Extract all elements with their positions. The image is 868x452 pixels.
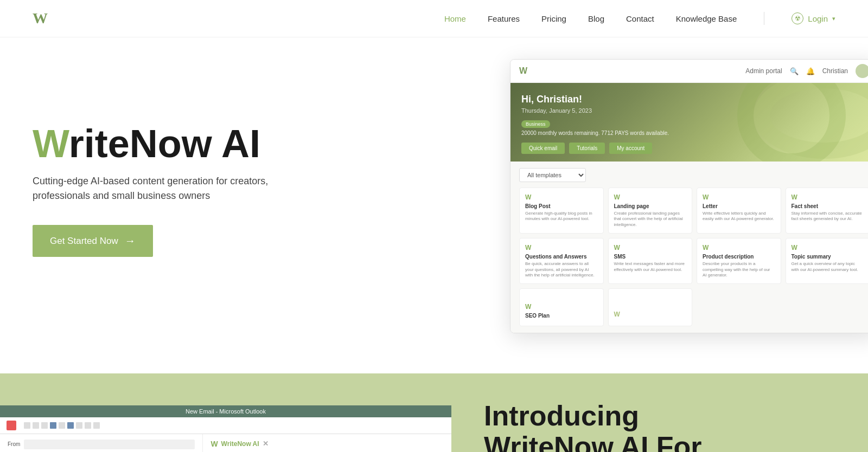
card-desc: Be quick, accurate answers to all your q…: [525, 261, 598, 278]
logo-w: W: [210, 440, 218, 448]
card-desc: Write text messages faster and more effe…: [614, 261, 687, 273]
card-logo: W: [525, 244, 598, 251]
card-title: SMS: [614, 254, 687, 260]
nav-link-knowledge[interactable]: Knowledge Base: [676, 14, 737, 23]
toolbar-icon[interactable]: [67, 422, 74, 429]
username: Christian: [822, 67, 848, 75]
card-logo: W: [614, 244, 687, 251]
card-logo: W: [614, 311, 687, 318]
from-input[interactable]: [24, 440, 195, 449]
card-title: SEO Plan: [525, 313, 598, 319]
outlook-icon: [7, 421, 16, 430]
template-card-extra[interactable]: W: [608, 288, 693, 326]
template-grid: W Blog Post Generate high-quality blog p…: [519, 188, 868, 326]
card-desc: Write effective letters quickly and easi…: [703, 211, 775, 222]
card-logo: W: [525, 303, 598, 311]
template-card-topic[interactable]: W Topic summary Get a quick overview of …: [786, 238, 869, 284]
nav-link-contact[interactable]: Contact: [626, 14, 654, 23]
template-card-seo[interactable]: W SEO Plan: [519, 288, 604, 326]
nav-links: Home Features Pricing Blog Contact Knowl…: [444, 12, 835, 25]
card-title: Letter: [703, 203, 775, 209]
hero-section: WriteNow AI Cutting-edge AI-based conten…: [0, 37, 868, 373]
nav-link-pricing[interactable]: Pricing: [541, 14, 566, 23]
nav-login[interactable]: ☢ Login ▾: [792, 12, 835, 24]
notification-icon[interactable]: 🔔: [806, 67, 815, 75]
card-logo: W: [792, 193, 864, 201]
template-card-letter[interactable]: W Letter Write effective letters quickly…: [697, 188, 781, 234]
hero-screenshot: W Admin portal 🔍 🔔 Christian Hi, Christi…: [427, 59, 868, 333]
my-account-button[interactable]: My account: [609, 143, 652, 154]
app-window: W Admin portal 🔍 🔔 Christian Hi, Christi…: [510, 59, 868, 333]
banner-badge: Business: [521, 120, 550, 128]
from-label: From: [8, 441, 21, 447]
outlook-body: From To RE: Request for Follow-up on New…: [0, 434, 451, 452]
app-content: All templates W Blog Post Generate high-…: [510, 162, 868, 333]
card-desc: Describe your products in a compelling w…: [703, 261, 775, 278]
hero-left: WriteNow AI Cutting-edge AI-based conten…: [33, 81, 474, 257]
bottom-section: New Email - Microsoft Outlook: [0, 373, 868, 452]
intro-line2: WriteNow AI For: [484, 431, 702, 452]
card-logo: W: [525, 193, 598, 201]
outlook-compose: From To RE: Request for Follow-up on New…: [0, 434, 203, 452]
intro-title: Introducing WriteNow AI For Microsoft Ou…: [484, 401, 835, 452]
close-icon[interactable]: ✕: [263, 440, 269, 448]
template-card-fact[interactable]: W Fact sheet Stay informed with concise,…: [786, 188, 869, 234]
template-card-blog[interactable]: W Blog Post Generate high-quality blog p…: [519, 188, 604, 234]
toolbar-icon[interactable]: [76, 422, 82, 429]
hero-title-rest: riteNow AI: [69, 122, 260, 165]
login-label: Login: [808, 14, 828, 23]
nav-link-features[interactable]: Features: [488, 14, 520, 23]
toolbar-icon[interactable]: [50, 422, 56, 429]
from-row: From: [8, 440, 195, 449]
app-header-right: Admin portal 🔍 🔔 Christian: [745, 64, 868, 78]
toolbar-icon[interactable]: [41, 422, 48, 429]
template-card-sms[interactable]: W SMS Write text messages faster and mor…: [608, 238, 693, 284]
outlook-window: New Email - Microsoft Outlook: [0, 405, 451, 452]
nav-link-home[interactable]: Home: [444, 14, 466, 23]
card-title: Questions and Answers: [525, 254, 598, 260]
nav-link-blog[interactable]: Blog: [588, 14, 604, 23]
toolbar-icon[interactable]: [24, 422, 30, 429]
card-desc: Generate high-quality blog posts in minu…: [525, 211, 598, 222]
card-title: Blog Post: [525, 203, 598, 209]
hero-title-w: W: [33, 122, 69, 165]
card-title: Product description: [703, 254, 775, 260]
logo-text: WriteNow AI: [221, 440, 259, 448]
tutorials-button[interactable]: Tutorials: [569, 143, 605, 154]
writenow-logo: W WriteNow AI ✕: [210, 440, 444, 448]
toolbar-icon[interactable]: [85, 422, 91, 429]
toolbar-icon[interactable]: [33, 422, 39, 429]
card-logo: W: [703, 193, 775, 201]
template-card-qa[interactable]: W Questions and Answers Be quick, accura…: [519, 238, 604, 284]
writenow-panel: W WriteNow AI ✕ Hi, Sarah! What tone wou…: [203, 434, 451, 452]
admin-portal-label: Admin portal: [745, 67, 782, 75]
outlook-titlebar: New Email - Microsoft Outlook: [0, 405, 451, 417]
template-card-product[interactable]: W Product description Describe your prod…: [697, 238, 781, 284]
card-desc: Create professional landing pages that c…: [614, 211, 687, 228]
outlook-section: New Email - Microsoft Outlook: [0, 373, 451, 452]
get-started-button[interactable]: Get Started Now →: [33, 225, 153, 257]
app-banner: Hi, Christian! Thursday, January 5, 2023…: [510, 83, 868, 162]
intro-line1: Introducing: [484, 400, 639, 431]
card-title: Fact sheet: [792, 203, 864, 209]
app-logo: W: [519, 66, 527, 76]
user-icon: ☢: [792, 12, 803, 24]
cta-label: Get Started Now: [50, 236, 118, 247]
toolbar-icon[interactable]: [59, 422, 65, 429]
template-filter[interactable]: All templates: [519, 168, 586, 182]
login-chevron-icon: ▾: [832, 15, 835, 22]
toolbar-icon[interactable]: [93, 422, 100, 429]
nav-logo[interactable]: W: [33, 10, 47, 27]
app-header: W Admin portal 🔍 🔔 Christian: [510, 60, 868, 83]
intro-section: Introducing WriteNow AI For Microsoft Ou…: [451, 373, 868, 452]
quick-email-button[interactable]: Quick email: [521, 143, 565, 154]
card-logo: W: [703, 244, 775, 251]
search-icon[interactable]: 🔍: [790, 67, 799, 75]
filter-row: All templates: [519, 168, 868, 182]
template-card-landing[interactable]: W Landing page Create professional landi…: [608, 188, 693, 234]
navbar: W Home Features Pricing Blog Contact Kno…: [0, 0, 868, 37]
card-desc: Get a quick overview of any topic with o…: [792, 261, 864, 273]
card-title: Landing page: [614, 203, 687, 209]
card-desc: Stay informed with concise, accurate fac…: [792, 211, 864, 222]
nav-divider: [764, 12, 764, 25]
